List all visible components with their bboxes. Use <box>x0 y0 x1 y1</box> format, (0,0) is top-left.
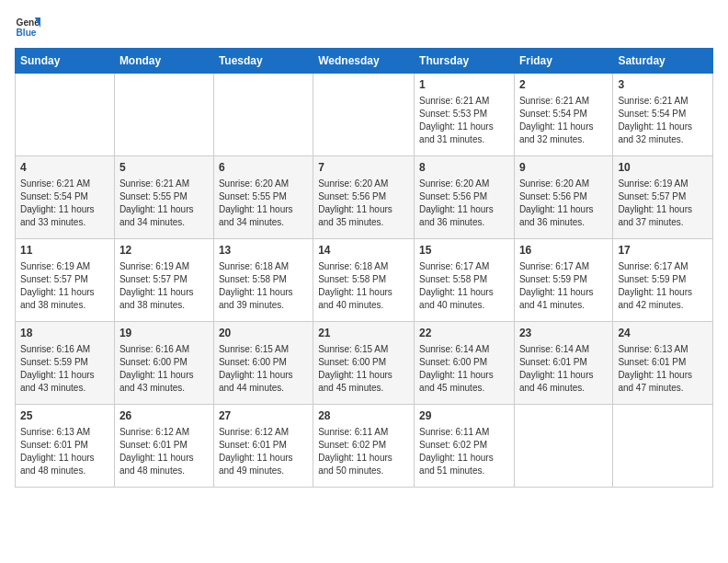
calendar-cell <box>313 74 415 156</box>
calendar-cell <box>16 74 115 156</box>
dow-header: Saturday <box>613 49 713 74</box>
day-info: Sunrise: 6:18 AM Sunset: 5:58 PM Dayligh… <box>219 260 308 312</box>
day-number: 4 <box>20 160 109 176</box>
calendar-cell <box>213 74 313 156</box>
day-info: Sunrise: 6:11 AM Sunset: 6:02 PM Dayligh… <box>419 426 509 477</box>
day-number: 23 <box>519 326 608 341</box>
day-info: Sunrise: 6:11 AM Sunset: 6:02 PM Dayligh… <box>318 426 409 477</box>
day-info: Sunrise: 6:17 AM Sunset: 5:59 PM Dayligh… <box>519 260 608 312</box>
calendar-cell: 1Sunrise: 6:21 AM Sunset: 5:53 PM Daylig… <box>415 74 515 156</box>
calendar-cell: 12Sunrise: 6:19 AM Sunset: 5:57 PM Dayli… <box>114 239 213 322</box>
calendar-cell <box>114 74 213 156</box>
calendar-cell: 7Sunrise: 6:20 AM Sunset: 5:56 PM Daylig… <box>313 156 415 239</box>
calendar-cell: 24Sunrise: 6:13 AM Sunset: 6:01 PM Dayli… <box>613 322 713 405</box>
calendar-week: 11Sunrise: 6:19 AM Sunset: 5:57 PM Dayli… <box>16 239 713 322</box>
day-info: Sunrise: 6:19 AM Sunset: 5:57 PM Dayligh… <box>20 260 109 312</box>
day-number: 6 <box>219 160 308 176</box>
day-info: Sunrise: 6:15 AM Sunset: 6:00 PM Dayligh… <box>219 343 308 395</box>
calendar-cell: 19Sunrise: 6:16 AM Sunset: 6:00 PM Dayli… <box>114 322 213 405</box>
calendar-cell: 13Sunrise: 6:18 AM Sunset: 5:58 PM Dayli… <box>213 239 313 322</box>
day-info: Sunrise: 6:19 AM Sunset: 5:57 PM Dayligh… <box>618 178 708 229</box>
day-info: Sunrise: 6:13 AM Sunset: 6:01 PM Dayligh… <box>20 426 109 477</box>
day-number: 19 <box>119 326 209 341</box>
day-info: Sunrise: 6:20 AM Sunset: 5:56 PM Dayligh… <box>419 178 509 229</box>
day-info: Sunrise: 6:21 AM Sunset: 5:55 PM Dayligh… <box>119 178 209 229</box>
day-info: Sunrise: 6:12 AM Sunset: 6:01 PM Dayligh… <box>219 426 308 477</box>
day-number: 29 <box>419 408 509 424</box>
calendar-cell: 15Sunrise: 6:17 AM Sunset: 5:58 PM Dayli… <box>415 239 515 322</box>
day-info: Sunrise: 6:17 AM Sunset: 5:58 PM Dayligh… <box>419 260 509 312</box>
day-info: Sunrise: 6:21 AM Sunset: 5:54 PM Dayligh… <box>618 95 708 146</box>
day-info: Sunrise: 6:21 AM Sunset: 5:53 PM Dayligh… <box>419 95 509 146</box>
calendar-body: 1Sunrise: 6:21 AM Sunset: 5:53 PM Daylig… <box>16 74 713 488</box>
dow-header: Monday <box>114 49 213 74</box>
day-number: 17 <box>618 243 708 259</box>
calendar-cell: 2Sunrise: 6:21 AM Sunset: 5:54 PM Daylig… <box>514 74 612 156</box>
day-info: Sunrise: 6:17 AM Sunset: 5:59 PM Dayligh… <box>618 260 708 312</box>
day-number: 8 <box>419 160 509 176</box>
calendar-cell: 18Sunrise: 6:16 AM Sunset: 5:59 PM Dayli… <box>16 322 115 405</box>
calendar-week: 25Sunrise: 6:13 AM Sunset: 6:01 PM Dayli… <box>16 405 713 488</box>
day-number: 7 <box>318 160 409 176</box>
day-number: 2 <box>519 77 608 93</box>
day-number: 28 <box>318 408 409 424</box>
calendar-cell: 17Sunrise: 6:17 AM Sunset: 5:59 PM Dayli… <box>613 239 713 322</box>
calendar-week: 4Sunrise: 6:21 AM Sunset: 5:54 PM Daylig… <box>16 156 713 239</box>
svg-text:Blue: Blue <box>17 28 37 38</box>
calendar-cell: 21Sunrise: 6:15 AM Sunset: 6:00 PM Dayli… <box>313 322 415 405</box>
calendar-cell <box>514 405 612 488</box>
day-info: Sunrise: 6:20 AM Sunset: 5:56 PM Dayligh… <box>318 178 409 229</box>
day-info: Sunrise: 6:19 AM Sunset: 5:57 PM Dayligh… <box>119 260 209 312</box>
calendar-week: 18Sunrise: 6:16 AM Sunset: 5:59 PM Dayli… <box>16 322 713 405</box>
day-number: 27 <box>219 408 308 424</box>
day-number: 22 <box>419 326 509 341</box>
day-info: Sunrise: 6:14 AM Sunset: 6:01 PM Dayligh… <box>519 343 608 395</box>
calendar-cell: 3Sunrise: 6:21 AM Sunset: 5:54 PM Daylig… <box>613 74 713 156</box>
dow-header: Friday <box>514 49 612 74</box>
calendar-cell: 28Sunrise: 6:11 AM Sunset: 6:02 PM Dayli… <box>313 405 415 488</box>
day-number: 5 <box>119 160 209 176</box>
calendar-cell: 6Sunrise: 6:20 AM Sunset: 5:55 PM Daylig… <box>213 156 313 239</box>
day-number: 3 <box>618 77 708 93</box>
day-info: Sunrise: 6:13 AM Sunset: 6:01 PM Dayligh… <box>618 343 708 395</box>
dow-header: Tuesday <box>213 49 313 74</box>
calendar-cell: 8Sunrise: 6:20 AM Sunset: 5:56 PM Daylig… <box>415 156 515 239</box>
calendar-cell: 22Sunrise: 6:14 AM Sunset: 6:00 PM Dayli… <box>415 322 515 405</box>
dow-header: Sunday <box>16 49 115 74</box>
logo: General Blue <box>15 15 40 40</box>
day-number: 16 <box>519 243 608 259</box>
calendar-cell <box>613 405 713 488</box>
calendar-cell: 14Sunrise: 6:18 AM Sunset: 5:58 PM Dayli… <box>313 239 415 322</box>
calendar-cell: 10Sunrise: 6:19 AM Sunset: 5:57 PM Dayli… <box>613 156 713 239</box>
day-info: Sunrise: 6:18 AM Sunset: 5:58 PM Dayligh… <box>318 260 409 312</box>
day-info: Sunrise: 6:20 AM Sunset: 5:55 PM Dayligh… <box>219 178 308 229</box>
day-number: 15 <box>419 243 509 259</box>
day-number: 10 <box>618 160 708 176</box>
calendar-cell: 23Sunrise: 6:14 AM Sunset: 6:01 PM Dayli… <box>514 322 612 405</box>
day-number: 25 <box>20 408 109 424</box>
day-info: Sunrise: 6:15 AM Sunset: 6:00 PM Dayligh… <box>318 343 409 395</box>
dow-header: Thursday <box>415 49 515 74</box>
day-info: Sunrise: 6:21 AM Sunset: 5:54 PM Dayligh… <box>519 95 608 146</box>
day-info: Sunrise: 6:14 AM Sunset: 6:00 PM Dayligh… <box>419 343 509 395</box>
calendar-cell: 29Sunrise: 6:11 AM Sunset: 6:02 PM Dayli… <box>415 405 515 488</box>
calendar-cell: 27Sunrise: 6:12 AM Sunset: 6:01 PM Dayli… <box>213 405 313 488</box>
day-number: 13 <box>219 243 308 259</box>
calendar-cell: 5Sunrise: 6:21 AM Sunset: 5:55 PM Daylig… <box>114 156 213 239</box>
day-number: 11 <box>20 243 109 259</box>
dow-header: Wednesday <box>313 49 415 74</box>
day-number: 21 <box>318 326 409 341</box>
calendar-cell: 11Sunrise: 6:19 AM Sunset: 5:57 PM Dayli… <box>16 239 115 322</box>
calendar-cell: 20Sunrise: 6:15 AM Sunset: 6:00 PM Dayli… <box>213 322 313 405</box>
day-number: 26 <box>119 408 209 424</box>
day-number: 12 <box>119 243 209 259</box>
logo-icon: General Blue <box>15 15 40 40</box>
day-info: Sunrise: 6:16 AM Sunset: 5:59 PM Dayligh… <box>20 343 109 395</box>
page-header: General Blue <box>15 15 713 40</box>
calendar-week: 1Sunrise: 6:21 AM Sunset: 5:53 PM Daylig… <box>16 74 713 156</box>
calendar-cell: 26Sunrise: 6:12 AM Sunset: 6:01 PM Dayli… <box>114 405 213 488</box>
calendar-cell: 16Sunrise: 6:17 AM Sunset: 5:59 PM Dayli… <box>514 239 612 322</box>
day-number: 1 <box>419 77 509 93</box>
calendar-table: SundayMondayTuesdayWednesdayThursdayFrid… <box>15 48 713 488</box>
calendar-cell: 9Sunrise: 6:20 AM Sunset: 5:56 PM Daylig… <box>514 156 612 239</box>
